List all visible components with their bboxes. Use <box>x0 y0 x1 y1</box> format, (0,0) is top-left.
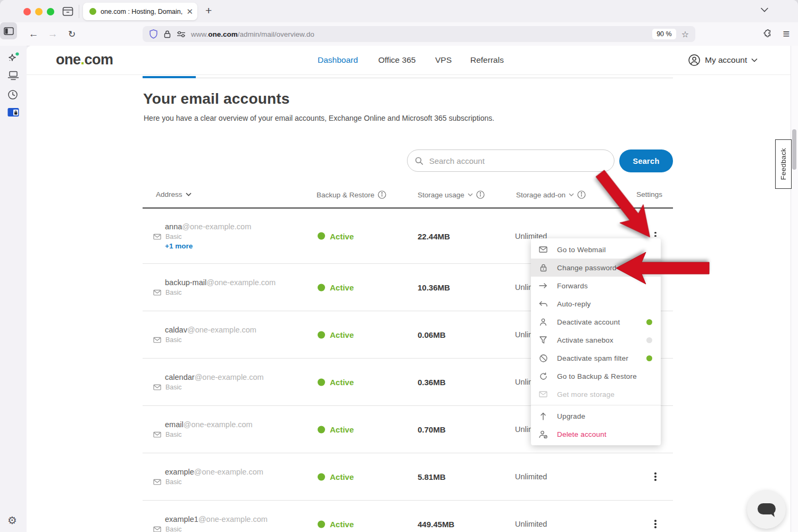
status-dot-green <box>646 319 652 325</box>
status-dot <box>318 426 325 433</box>
mail-icon <box>153 431 161 438</box>
menu-item-deactivate-account[interactable]: Deactivate account <box>531 313 661 331</box>
menu-item-activate-sanebox[interactable]: Activate sanebox <box>531 331 661 349</box>
tab-title: one.com : Hosting, Domain, Ema <box>101 8 184 15</box>
active-tab-indicator <box>143 76 196 78</box>
row-settings-button[interactable] <box>649 517 662 531</box>
bookmark-star-icon[interactable]: ☆ <box>681 29 689 39</box>
header-settings: Settings <box>636 190 662 198</box>
synced-tabs-icon[interactable] <box>7 71 19 81</box>
menu-item-delete-account[interactable]: Delete account <box>531 425 661 443</box>
status-badge: Active <box>318 330 354 339</box>
search-icon <box>415 156 423 165</box>
tracking-shield-icon[interactable] <box>149 29 158 39</box>
sidebar-toggle-button[interactable] <box>0 22 17 39</box>
my-account-menu[interactable]: My account <box>688 54 758 66</box>
settings-gear-icon[interactable]: ⚙ <box>7 514 17 527</box>
history-clock-icon[interactable] <box>7 89 18 100</box>
url-text: www.one.com/admin/mail/overview.do <box>191 30 652 38</box>
url-bar[interactable]: www.one.com/admin/mail/overview.do 90 % … <box>143 26 695 42</box>
menu-item-go-to-webmail[interactable]: Go to Webmail <box>531 240 661 259</box>
minimize-window-button[interactable] <box>35 8 43 15</box>
tab-list-chevron-icon[interactable] <box>761 7 768 12</box>
nav-dashboard[interactable]: Dashboard <box>318 55 358 65</box>
menu-divider <box>531 405 661 405</box>
page-scrollbar[interactable] <box>791 46 798 532</box>
browser-window: one.com : Hosting, Domain, Ema ✕ + ← → ↻… <box>0 0 798 532</box>
plan-label: Basic <box>165 478 182 486</box>
restore-icon <box>538 372 548 380</box>
nav-referrals[interactable]: Referrals <box>470 55 504 65</box>
reload-button[interactable]: ↻ <box>66 22 78 46</box>
zoom-level-badge[interactable]: 90 % <box>652 29 676 39</box>
page-subtitle: Here you have a clear overview of your e… <box>144 114 494 122</box>
lock-icon[interactable] <box>164 30 171 38</box>
tab-bar: one.com : Hosting, Domain, Ema ✕ + <box>0 0 798 22</box>
navigation-toolbar: ← → ↻ www.one.com/admin/mail/overview.do… <box>0 22 798 46</box>
storage-usage: 22.44MB <box>418 231 450 240</box>
tab-close-icon[interactable]: ✕ <box>186 7 193 15</box>
firefox-sidebar: ⚙ <box>0 46 27 532</box>
header-storage-addon[interactable]: Storage add-on <box>516 190 586 199</box>
zoom-window-button[interactable] <box>47 8 54 15</box>
nav-office-365[interactable]: Office 365 <box>378 55 415 65</box>
page-content: one.com Dashboard Office 365 VPS Referra… <box>27 46 798 532</box>
header-address[interactable]: Address <box>156 190 192 198</box>
close-window-button[interactable] <box>23 8 31 15</box>
tab-favicon <box>89 8 96 15</box>
table-row: example@one-example.com Basic Active 5.8… <box>143 453 673 500</box>
email-address: example1@one-example.com <box>153 515 268 523</box>
forward-button[interactable]: → <box>47 22 59 46</box>
info-icon[interactable] <box>577 190 586 199</box>
plan-label: Basic <box>165 526 182 532</box>
search-box[interactable] <box>407 149 614 172</box>
email-address: email@one-example.com <box>153 420 253 429</box>
menu-item-upgrade[interactable]: Upgrade <box>531 407 661 425</box>
account-person-icon <box>688 54 701 66</box>
more-link[interactable]: +1 more <box>153 242 251 250</box>
lock-icon <box>538 264 548 272</box>
email-address: anna@one-example.com <box>153 222 251 231</box>
mail-icon <box>153 289 161 296</box>
onecom-logo[interactable]: one.com <box>56 52 113 68</box>
mail-icon <box>153 479 161 485</box>
new-tab-button[interactable]: + <box>205 4 212 17</box>
tabs-underline <box>143 78 673 78</box>
status-dot <box>318 232 325 240</box>
plan-label: Basic <box>165 289 182 296</box>
menu-item-go-to-backup-restore[interactable]: Go to Backup & Restore <box>531 367 661 385</box>
menu-item-deactivate-spam-filter[interactable]: Deactivate spam filter <box>531 349 661 367</box>
ai-chatbot-icon[interactable] <box>7 52 19 64</box>
feedback-tab[interactable]: Feedback <box>775 139 792 189</box>
browser-tab[interactable]: one.com : Hosting, Domain, Ema ✕ <box>83 3 197 20</box>
plan-label: Basic <box>165 233 182 240</box>
divider <box>79 5 79 18</box>
library-icon[interactable] <box>62 6 73 16</box>
menu-hamburger-icon[interactable]: ≡ <box>780 22 793 46</box>
header-storage-usage[interactable]: Storage usage <box>418 190 485 199</box>
reply-arrow-icon <box>538 301 548 307</box>
scrollbar-thumb[interactable] <box>792 129 796 170</box>
permissions-icon[interactable] <box>177 31 186 37</box>
info-icon[interactable] <box>378 190 386 199</box>
row-settings-button[interactable] <box>649 470 662 484</box>
menu-item-auto-reply[interactable]: Auto-reply <box>531 295 661 313</box>
extensions-puzzle-icon[interactable] <box>761 22 774 46</box>
back-button[interactable]: ← <box>28 22 39 46</box>
menu-item-change-password[interactable]: Change password <box>531 259 661 277</box>
plan-label: Basic <box>165 431 182 438</box>
info-icon[interactable] <box>476 190 485 199</box>
menu-item-get-more-storage[interactable]: Get more storage <box>531 385 661 403</box>
email-address: calendar@one-example.com <box>153 373 264 381</box>
mail-icon <box>153 526 161 532</box>
status-dot <box>318 520 325 528</box>
sort-chevron-icon <box>186 193 192 196</box>
nav-vps[interactable]: VPS <box>435 55 452 65</box>
secure-tab-icon[interactable] <box>7 107 20 118</box>
chat-widget-button[interactable] <box>747 490 786 529</box>
storage-addon: Unlimited <box>515 520 547 528</box>
table-row: example1@one-example.com Basic Active 44… <box>143 500 673 532</box>
menu-item-forwards[interactable]: Forwards <box>531 277 661 295</box>
search-input[interactable] <box>428 156 606 166</box>
search-button[interactable]: Search <box>619 149 673 172</box>
